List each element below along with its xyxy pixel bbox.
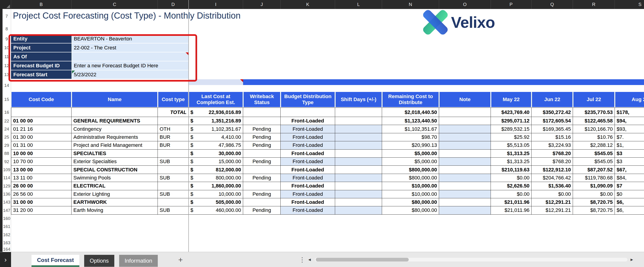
cell-writeback[interactable]: Pending bbox=[243, 206, 280, 214]
cell-cost-code[interactable]: 01 21 16 bbox=[11, 125, 72, 133]
sheet-tab-information[interactable]: Information bbox=[119, 255, 158, 267]
cell-remaining[interactable]: $20,990.13 bbox=[382, 141, 439, 149]
cell-cost-code[interactable]: 10 70 00 bbox=[11, 158, 72, 165]
cell-writeback[interactable] bbox=[243, 166, 280, 174]
cell-writeback[interactable] bbox=[243, 182, 280, 190]
cell-may[interactable]: $423,769.40 bbox=[491, 108, 532, 117]
cell-note[interactable] bbox=[439, 125, 491, 133]
cell-last-cost[interactable]: $1,102,351.67 bbox=[188, 125, 243, 133]
cell-cost-type[interactable] bbox=[158, 117, 188, 125]
cell-jul[interactable]: $122,465.58 bbox=[573, 117, 615, 125]
row-header-147[interactable]: 147 bbox=[2, 206, 11, 214]
cell-aug[interactable]: $84, bbox=[615, 174, 644, 182]
cell-jul[interactable]: $119,780.68 bbox=[573, 174, 615, 182]
column-header-K[interactable]: K bbox=[280, 0, 335, 9]
band-cell-i14[interactable] bbox=[188, 79, 243, 85]
cell-jul[interactable]: $120,166.70 bbox=[573, 125, 615, 133]
cell-last-cost[interactable]: $800,000.00 bbox=[188, 174, 243, 182]
row-header-160[interactable]: 160 bbox=[2, 214, 11, 223]
cell-aug[interactable]: $93, bbox=[615, 125, 644, 133]
cell-aug[interactable]: $3 bbox=[615, 158, 644, 165]
cell-jun[interactable]: $169,365.45 bbox=[532, 125, 573, 133]
cell-cost-code[interactable]: 10 00 00 bbox=[11, 150, 72, 157]
cell-shift-days[interactable] bbox=[335, 117, 382, 125]
cell-name[interactable] bbox=[72, 108, 158, 117]
cell-jun[interactable]: $204,766.42 bbox=[532, 174, 573, 182]
cell-may[interactable]: $21,011.96 bbox=[491, 206, 532, 214]
cell-may[interactable]: $1,313.25 bbox=[491, 150, 532, 157]
cell-aug[interactable]: $3 bbox=[615, 150, 644, 157]
cell-remaining[interactable]: $800,000.00 bbox=[382, 166, 439, 174]
cell-distribution[interactable]: Front-Loaded bbox=[280, 166, 335, 174]
column-header-J[interactable]: J bbox=[243, 0, 280, 9]
cell-shift-days[interactable] bbox=[335, 190, 382, 198]
cell-note[interactable] bbox=[439, 117, 491, 125]
cell-note[interactable] bbox=[439, 190, 491, 198]
column-header-C[interactable]: C bbox=[72, 0, 158, 9]
table-header-cost-type[interactable]: Cost type bbox=[158, 91, 188, 108]
cell-name[interactable]: Exterior Lighting bbox=[72, 190, 158, 198]
table-header-name[interactable]: Name bbox=[72, 91, 158, 108]
cell-jun[interactable]: $768.20 bbox=[532, 150, 573, 157]
cell-jul[interactable]: $0.00 bbox=[573, 190, 615, 198]
sheet-tab-options[interactable]: Options bbox=[84, 255, 114, 267]
cell-cost-code[interactable]: 26 00 00 bbox=[11, 182, 72, 190]
kebab-icon[interactable]: ⋮ bbox=[299, 252, 306, 267]
cell-jul[interactable]: $545.05 bbox=[573, 158, 615, 165]
row-header-10[interactable]: 10 bbox=[2, 43, 11, 52]
table-header-jun[interactable]: Jun 22 bbox=[532, 91, 573, 108]
cell-writeback[interactable] bbox=[243, 150, 280, 157]
cell-may[interactable]: $21,011.96 bbox=[491, 198, 532, 206]
table-header-shift-days[interactable]: Shift Days (+/-) bbox=[335, 91, 382, 108]
cell-note[interactable] bbox=[439, 150, 491, 157]
cell-aug[interactable]: $7. bbox=[615, 133, 644, 141]
cell-note[interactable] bbox=[439, 174, 491, 182]
cell-shift-days[interactable] bbox=[335, 174, 382, 182]
cell-writeback[interactable]: Pending bbox=[243, 158, 280, 165]
cell-writeback[interactable]: Pending bbox=[243, 141, 280, 149]
cell-remaining[interactable]: $5,000.00 bbox=[382, 158, 439, 165]
cell-name[interactable]: ELECTRICAL bbox=[72, 182, 158, 190]
cell-jul[interactable]: $2,288.12 bbox=[573, 141, 615, 149]
cell-remaining[interactable]: $80,000.00 bbox=[382, 206, 439, 214]
cell-cost-type[interactable]: SUB bbox=[158, 158, 188, 165]
column-header-P[interactable]: P bbox=[491, 0, 532, 9]
cell-remaining[interactable]: $80,000.00 bbox=[382, 198, 439, 206]
cell-aug[interactable]: $7 bbox=[615, 182, 644, 190]
row-header-143[interactable]: 143 bbox=[2, 198, 11, 206]
column-header-I[interactable]: I bbox=[188, 0, 243, 9]
cell-shift-days[interactable] bbox=[335, 182, 382, 190]
cell-writeback[interactable]: Pending bbox=[243, 125, 280, 133]
cell-last-cost[interactable]: $47,986.75 bbox=[188, 141, 243, 149]
cell-aug[interactable]: $0 bbox=[615, 190, 644, 198]
cell-cost-code[interactable]: 01 30 00 bbox=[11, 133, 72, 141]
cell-remaining[interactable]: $1,123,440.50 bbox=[382, 117, 439, 125]
table-header-distribution[interactable]: Budget Distribution Type bbox=[280, 91, 335, 108]
row-header-11[interactable]: 11 bbox=[2, 52, 11, 61]
sheet-nav-button[interactable]: › bbox=[0, 252, 11, 267]
cell-aug[interactable]: $6, bbox=[615, 198, 644, 206]
cell-cost-code[interactable]: 01 31 00 bbox=[11, 141, 72, 149]
cell-total-label[interactable]: TOTAL bbox=[158, 108, 188, 117]
column-header-O[interactable]: O bbox=[439, 0, 491, 9]
cell-may[interactable]: $5,513.05 bbox=[491, 141, 532, 149]
cell-shift-days[interactable] bbox=[335, 150, 382, 157]
cell-may[interactable]: $289,532.15 bbox=[491, 125, 532, 133]
row-header-24[interactable]: 24 bbox=[2, 125, 11, 133]
cell-cost-type[interactable]: SUB bbox=[158, 190, 188, 198]
cell-jul[interactable]: $545.05 bbox=[573, 150, 615, 157]
row-header-129[interactable]: 129 bbox=[2, 182, 11, 190]
cell-jun[interactable]: $12,291.21 bbox=[532, 198, 573, 206]
cell-cost-type[interactable]: OTH bbox=[158, 125, 188, 133]
row-header-88[interactable]: 88 bbox=[2, 149, 11, 158]
select-all-corner[interactable] bbox=[0, 0, 11, 9]
cell-name[interactable]: SPECIALTIES bbox=[72, 150, 158, 157]
cell-jun[interactable]: $172,605.54 bbox=[532, 117, 573, 125]
cell-note[interactable] bbox=[439, 141, 491, 149]
cell-jun[interactable]: $3,224.93 bbox=[532, 141, 573, 149]
cell-jun[interactable]: $768.20 bbox=[532, 158, 573, 165]
cell-distribution[interactable]: Front-Loaded bbox=[280, 198, 335, 206]
cell-shift-days[interactable] bbox=[335, 133, 382, 141]
cell-note[interactable] bbox=[439, 206, 491, 214]
table-header-aug[interactable]: Aug 22 bbox=[615, 91, 644, 108]
